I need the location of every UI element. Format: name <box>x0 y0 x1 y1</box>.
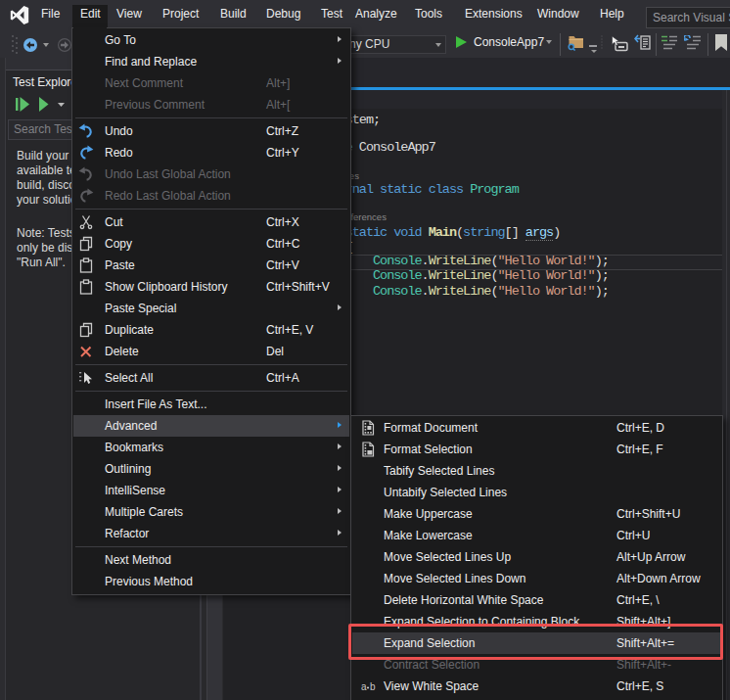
svg-text:b: b <box>370 681 376 692</box>
svg-text:a: a <box>361 681 367 692</box>
